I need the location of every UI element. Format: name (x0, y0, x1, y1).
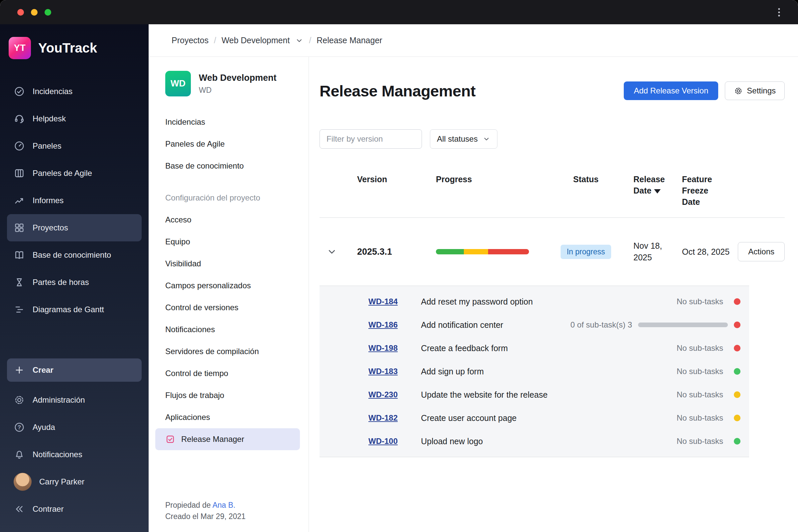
project-sidebar: WD Web Development WD Incidencias Panele… (149, 57, 309, 532)
project-header: WD Web Development WD (149, 71, 308, 96)
issue-title: Add sign up form (421, 367, 677, 376)
progress-segment-yellow (464, 249, 488, 254)
issue-title: Update the website for the release (421, 390, 677, 400)
actions-button[interactable]: Actions (738, 242, 785, 261)
status-dot (734, 322, 740, 328)
issue-link[interactable]: WD-230 (368, 390, 421, 399)
subtask-count: No sub-tasks (677, 343, 723, 353)
zoom-window-button[interactable] (44, 9, 51, 16)
youtrack-logo-icon: YT (8, 37, 31, 59)
settings-button[interactable]: Settings (725, 81, 785, 100)
sidebar-item-incidencias[interactable]: Incidencias (7, 78, 141, 105)
user-avatar (14, 473, 32, 491)
project-nav-notificaciones[interactable]: Notificaciones (149, 319, 308, 341)
app-sidebar: YT YouTrack Incidencias Helpdesk Paneles… (0, 24, 149, 532)
issue-link[interactable]: WD-183 (368, 367, 421, 376)
help-circle-icon: ? (14, 422, 25, 433)
subtask-row: WD-183 Add sign up form No sub-tasks (320, 360, 749, 383)
breadcrumb-project[interactable]: Web Development (222, 36, 290, 45)
sidebar-item-paneles[interactable]: Paneles (7, 132, 141, 159)
progress-segment-red (488, 249, 529, 254)
project-nav-paneles-agile[interactable]: Paneles de Agile (149, 133, 308, 155)
status-dot (734, 415, 740, 421)
add-release-version-button[interactable]: Add Release Version (624, 81, 718, 100)
project-nav-release-manager[interactable]: Release Manager (155, 428, 300, 450)
project-nav-campos-personalizados[interactable]: Campos personalizados (149, 274, 308, 297)
plus-icon (14, 364, 25, 376)
project-nav-control-tiempo[interactable]: Control de tiempo (149, 362, 308, 384)
project-nav-visibilidad[interactable]: Visibilidad (149, 253, 308, 274)
project-nav-aplicaciones[interactable]: Aplicaciones (149, 406, 308, 428)
minimize-window-button[interactable] (31, 9, 38, 16)
window-kebab-menu-icon[interactable] (773, 7, 785, 18)
sidebar-item-ayuda[interactable]: ? Ayuda (7, 414, 141, 441)
user-menu[interactable]: Carry Parker (7, 468, 141, 495)
subtask-row: WD-182 Create user account page No sub-t… (320, 406, 749, 430)
issue-title: Upload new logo (421, 437, 677, 446)
column-header-progress: Progress (428, 174, 544, 185)
hourglass-icon (14, 277, 25, 288)
project-nav-control-versiones[interactable]: Control de versiones (149, 297, 308, 319)
issue-link[interactable]: WD-100 (368, 437, 421, 446)
sidebar-item-proyectos[interactable]: Proyectos (7, 214, 141, 241)
window-titlebar (0, 0, 798, 24)
book-icon (14, 249, 25, 261)
sidebar-item-administracion[interactable]: Administración (7, 386, 141, 414)
sidebar-item-gantt[interactable]: Diagramas de Gantt (7, 296, 141, 323)
column-header-release-date[interactable]: Release Date (627, 174, 672, 196)
status-dot (734, 345, 740, 352)
owner-link[interactable]: Ana B. (212, 501, 235, 509)
project-nav-servidores-compilacion[interactable]: Servidores de compilación (149, 341, 308, 362)
project-key: WD (199, 86, 277, 95)
gauge-icon (14, 140, 25, 152)
project-nav-equipo[interactable]: Equipo (149, 231, 308, 253)
chevron-down-icon[interactable] (295, 36, 304, 45)
create-button[interactable]: Crear (7, 358, 141, 382)
main-content: Release Management Add Release Version S… (309, 57, 798, 532)
sidebar-item-partes-horas[interactable]: Partes de horas (7, 269, 141, 296)
sidebar-item-helpdesk[interactable]: Helpdesk (7, 105, 141, 132)
status-dot (734, 298, 740, 305)
project-nav-incidencias[interactable]: Incidencias (149, 111, 308, 133)
issue-link[interactable]: WD-182 (368, 413, 421, 423)
issue-link[interactable]: WD-184 (368, 297, 421, 306)
status-dot (734, 391, 740, 398)
gantt-bars-icon (14, 304, 25, 315)
release-row: 2025.3.1 In progress Nov 18, 2025 Oct (320, 218, 785, 286)
project-nav-flujos-trabajo[interactable]: Flujos de trabajo (149, 384, 308, 406)
project-nav-base-conocimiento[interactable]: Base de conocimiento (149, 155, 308, 177)
status-badge: In progress (560, 245, 611, 259)
column-header-version: Version (341, 174, 428, 185)
close-window-button[interactable] (17, 9, 24, 16)
project-nav-acceso[interactable]: Acceso (149, 209, 308, 231)
breadcrumb-separator: / (309, 36, 311, 45)
collapse-sidebar-button[interactable]: Contraer (7, 495, 141, 523)
sort-desc-icon (654, 189, 661, 193)
collapse-row-chevron-icon[interactable] (326, 246, 338, 258)
progress-segment-green (436, 249, 464, 254)
issue-title: Add reset my password option (421, 297, 677, 307)
table-header-row: Version Progress Status Release Date Fea… (320, 165, 785, 218)
sidebar-item-notificaciones[interactable]: Notificaciones (7, 441, 141, 468)
breadcrumb-proyectos[interactable]: Proyectos (172, 36, 208, 45)
status-dot (734, 438, 740, 444)
sidebar-item-base-conocimiento[interactable]: Base de conocimiento (7, 241, 141, 269)
release-date-value: Nov 18, 2025 (633, 241, 662, 262)
issue-link[interactable]: WD-186 (368, 320, 421, 329)
status-filter-select[interactable]: All statuses (430, 129, 497, 149)
double-chevron-left-icon (14, 504, 25, 515)
column-header-feature-freeze-date: Feature Freeze Date (677, 174, 719, 208)
sidebar-item-informes[interactable]: Informes (7, 187, 141, 214)
subtask-count: No sub-tasks (677, 413, 723, 423)
created-date: Creado el Mar 29, 2021 (165, 511, 308, 522)
sidebar-item-paneles-agile[interactable]: Paneles de Agile (7, 159, 141, 187)
status-dot (734, 368, 740, 375)
youtrack-logo[interactable]: YT YouTrack (0, 37, 149, 59)
issue-title: Create a feedback form (421, 343, 677, 353)
breadcrumb-release-manager[interactable]: Release Manager (317, 36, 382, 45)
issue-link[interactable]: WD-198 (368, 343, 421, 353)
filter-by-version-input[interactable] (320, 129, 422, 149)
checkbox-check-icon (165, 434, 175, 444)
release-version: 2025.3.1 (341, 247, 428, 257)
app-title: YouTrack (38, 41, 97, 56)
